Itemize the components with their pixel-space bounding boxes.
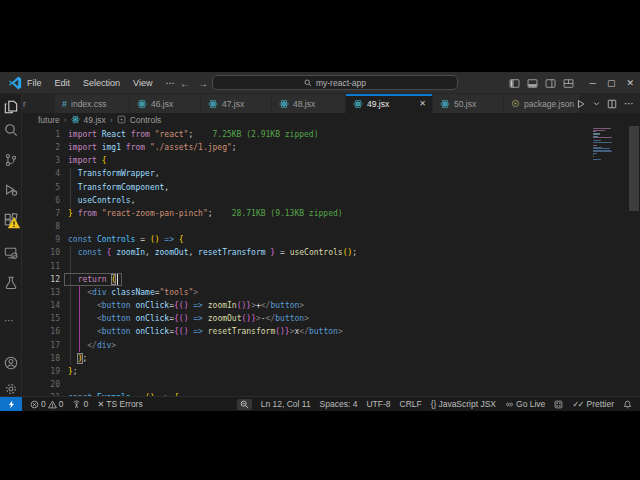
- tab-package.json[interactable]: package.json: [504, 94, 580, 113]
- line-content: import React from "react"; 7.25KB (2.91K…: [60, 130, 319, 139]
- code-line-12[interactable]: 12 return (: [22, 273, 582, 286]
- code-line-5[interactable]: 5 TransformComponent,: [22, 181, 582, 194]
- forward-arrow-icon[interactable]: →: [198, 78, 208, 89]
- eol-setting[interactable]: CRLF: [400, 399, 422, 409]
- back-arrow-icon[interactable]: ←: [180, 78, 190, 89]
- code-line-9[interactable]: 9const Controls = () => {: [22, 233, 582, 246]
- encoding-setting[interactable]: UTF-8: [366, 399, 390, 409]
- menu-file[interactable]: File: [27, 78, 42, 88]
- react-icon: [208, 99, 218, 109]
- minimap-line: [593, 131, 596, 132]
- remote-indicator[interactable]: [0, 397, 22, 412]
- tab-46.jsx[interactable]: 46.jsx: [130, 94, 201, 113]
- react-icon: [137, 99, 147, 109]
- indentation-setting[interactable]: Spaces: 4: [320, 399, 358, 409]
- toggle-secondary-sidebar-icon[interactable]: [545, 78, 556, 89]
- activity-remote-explorer-icon[interactable]: [4, 246, 18, 260]
- tab-close-icon[interactable]: ✕: [419, 99, 426, 108]
- code-line-11[interactable]: 11: [22, 260, 582, 273]
- ts-errors-item[interactable]: ✕ TS Errors: [97, 399, 143, 409]
- code-line-13[interactable]: 13 <div className="tools">: [22, 286, 582, 299]
- code-line-8[interactable]: 8: [22, 220, 582, 233]
- code-line-7[interactable]: 7} from "react-zoom-pan-pinch"; 28.71KB …: [22, 207, 582, 220]
- menu-more[interactable]: ⋯: [165, 78, 174, 88]
- code-line-17[interactable]: 17 </div>: [22, 339, 582, 352]
- code-line-20[interactable]: 20: [22, 378, 582, 391]
- activity-more-icon[interactable]: ⋯: [4, 310, 18, 324]
- split-editor-icon[interactable]: [607, 99, 617, 109]
- tab-label: package.json: [524, 99, 574, 109]
- toggle-panel-icon[interactable]: [527, 78, 538, 89]
- activity-search-icon[interactable]: [4, 123, 18, 137]
- tab-label: 48.jsx: [293, 99, 315, 109]
- activity-run-debug-icon[interactable]: [4, 183, 18, 197]
- error-circle-icon: [30, 400, 39, 409]
- close-button[interactable]: ✕: [626, 78, 634, 88]
- tab-47.jsx[interactable]: 47.jsx: [201, 94, 272, 113]
- line-number: 14: [22, 299, 60, 312]
- line-content: [60, 222, 68, 231]
- prettier-label: Prettier: [585, 399, 614, 409]
- editor-more-actions-icon[interactable]: ⋯: [624, 98, 634, 109]
- extension-grid-icon[interactable]: [554, 400, 563, 409]
- tab-r[interactable]: r: [22, 94, 55, 113]
- line-number: 19: [22, 365, 60, 378]
- menu-edit[interactable]: Edit: [55, 78, 71, 88]
- double-check-icon: ✓✓: [572, 399, 582, 409]
- language-mode[interactable]: {} JavaScript JSX: [431, 399, 496, 409]
- code-line-19[interactable]: 19};: [22, 365, 582, 378]
- minimap[interactable]: [593, 128, 613, 394]
- activity-explorer-icon[interactable]: [4, 100, 18, 114]
- error-count: 0: [41, 399, 46, 409]
- line-number: 3: [22, 154, 60, 167]
- cursor-position[interactable]: Ln 12, Col 11: [261, 399, 311, 409]
- code-line-15[interactable]: 15 <button onClick={() => zoomOut()}>-</…: [22, 312, 582, 325]
- code-line-6[interactable]: 6 useControls,: [22, 194, 582, 207]
- maximize-button[interactable]: ▢: [607, 78, 616, 88]
- tab-index.css[interactable]: #index.css: [55, 94, 130, 113]
- activity-testing-icon[interactable]: [4, 276, 18, 290]
- menu-view[interactable]: View: [133, 78, 152, 88]
- breadcrumb-file[interactable]: 49.jsx: [84, 115, 106, 125]
- breadcrumb-folder[interactable]: future: [38, 115, 60, 125]
- zoom-indicator[interactable]: [237, 399, 252, 410]
- breadcrumb-symbol[interactable]: Controls: [130, 115, 162, 125]
- menu-selection[interactable]: Selection: [83, 78, 120, 88]
- tab-48.jsx[interactable]: 48.jsx: [272, 94, 346, 113]
- code-line-10[interactable]: 10 const { zoomIn, zoomOut, resetTransfo…: [22, 246, 582, 259]
- minimap-line: [593, 156, 594, 157]
- run-code-icon[interactable]: [576, 99, 586, 109]
- code-editor[interactable]: 1import React from "react"; 7.25KB (2.91…: [22, 126, 640, 396]
- go-live-button[interactable]: Go Live: [505, 399, 545, 409]
- code-line-3[interactable]: 3import {: [22, 154, 582, 167]
- minimize-button[interactable]: ─: [590, 78, 596, 88]
- code-line-18[interactable]: 18 );: [22, 352, 582, 365]
- tab-50.jsx[interactable]: 50.jsx: [433, 94, 504, 113]
- code-line-4[interactable]: 4 TransformWrapper,: [22, 167, 582, 180]
- problems-indicator[interactable]: 0 0: [30, 399, 63, 409]
- activity-settings-icon[interactable]: [4, 382, 18, 396]
- ts-errors-label: TS Errors: [106, 399, 142, 409]
- ports-indicator[interactable]: 0: [72, 399, 88, 409]
- status-left: 0 0 0 ✕ TS Errors: [22, 399, 143, 409]
- command-center-search[interactable]: my-react-app: [212, 75, 458, 90]
- activity-extensions-icon[interactable]: [4, 213, 18, 227]
- toggle-sidebar-icon[interactable]: [509, 78, 520, 89]
- code-line-1[interactable]: 1import React from "react"; 7.25KB (2.91…: [22, 128, 582, 141]
- code-line-14[interactable]: 14 <button onClick={() => zoomIn()}>+</b…: [22, 299, 582, 312]
- tab-49.jsx[interactable]: 49.jsx✕: [346, 94, 433, 113]
- notifications-bell-icon[interactable]: [623, 400, 632, 409]
- line-content: import {: [60, 156, 107, 165]
- line-number: 2: [22, 141, 60, 154]
- code-line-16[interactable]: 16 <button onClick={() => resetTransform…: [22, 325, 582, 338]
- line-content: );: [60, 354, 87, 363]
- customize-layout-icon[interactable]: [563, 78, 574, 89]
- run-dropdown-chevron-icon[interactable]: [593, 100, 600, 107]
- activity-account-icon[interactable]: [4, 356, 18, 370]
- line-content: TransformWrapper,: [60, 169, 160, 178]
- tab-label: 50.jsx: [454, 99, 476, 109]
- code-line-2[interactable]: 2import img1 from "./assets/1.jpeg";: [22, 141, 582, 154]
- prettier-status[interactable]: ✓✓ Prettier: [572, 399, 614, 409]
- vertical-scrollbar-thumb[interactable]: [629, 126, 639, 211]
- activity-source-control-icon[interactable]: [4, 153, 18, 167]
